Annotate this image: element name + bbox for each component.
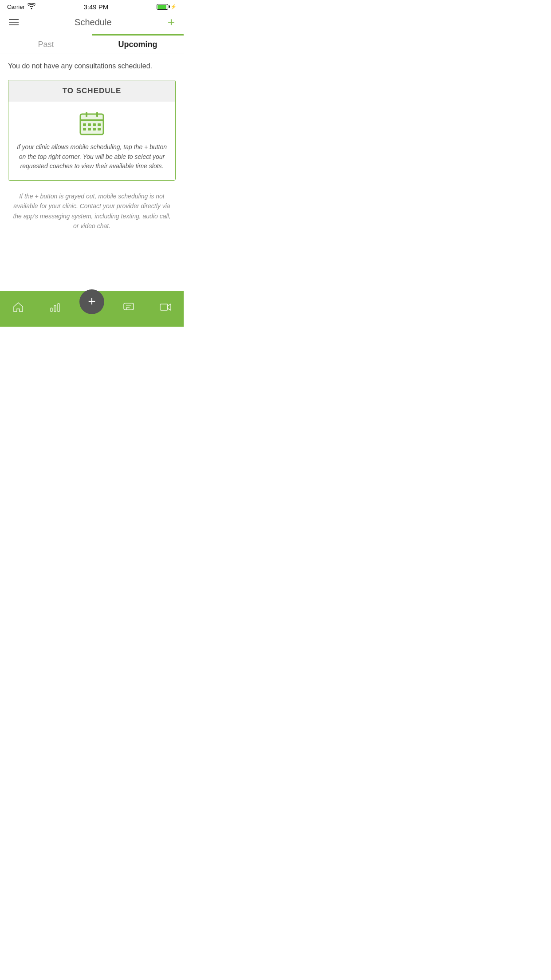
chat-icon [122,301,135,313]
svg-rect-10 [88,128,91,130]
home-icon [12,301,24,313]
info-text: If the + button is grayed out, mobile sc… [8,191,176,231]
svg-rect-15 [58,304,59,312]
page-title: Schedule [75,17,111,28]
video-icon [159,301,172,313]
nav-bar: Schedule + [0,12,184,33]
svg-rect-3 [86,112,87,117]
schedule-card: TO SCHEDULE [8,80,176,181]
svg-rect-6 [88,123,91,126]
svg-rect-9 [83,128,86,130]
svg-rect-4 [96,112,98,117]
main-content: You do not have any consultations schedu… [0,54,184,231]
svg-rect-16 [124,303,134,310]
svg-rect-8 [98,123,101,126]
svg-rect-7 [93,123,96,126]
fab-plus-icon: + [88,295,96,308]
tab-past[interactable]: Past [0,36,92,54]
svg-rect-11 [93,128,96,130]
schedule-card-title: TO SCHEDULE [63,87,122,95]
bottom-tab-stats[interactable] [37,301,74,313]
schedule-card-header: TO SCHEDULE [8,80,175,102]
svg-rect-12 [98,128,101,130]
bottom-tab-home[interactable] [0,301,37,313]
svg-rect-5 [83,123,86,126]
bottom-tab-chat[interactable] [110,301,147,313]
schedule-card-body: If your clinic allows mobile scheduling,… [8,102,175,180]
battery-icon [157,4,168,10]
status-bar: Carrier 3:49 PM ⚡ [0,0,184,12]
schedule-card-description: If your clinic allows mobile scheduling,… [16,142,167,171]
wifi-icon [28,3,35,11]
svg-rect-2 [80,119,103,121]
svg-rect-14 [54,305,56,312]
hamburger-menu[interactable] [9,19,19,25]
bottom-tab-video[interactable] [147,301,184,313]
no-consult-message: You do not have any consultations schedu… [8,62,176,70]
tab-upcoming[interactable]: Upcoming [92,36,184,54]
fab-button[interactable]: + [79,289,104,314]
bolt-icon: ⚡ [170,4,177,10]
status-left: Carrier [7,3,35,11]
add-button[interactable]: + [168,16,175,28]
svg-rect-19 [160,304,168,310]
carrier-label: Carrier [7,4,25,10]
calendar-icon [79,110,105,136]
status-right: ⚡ [157,4,177,10]
chart-icon [49,301,61,313]
time-label: 3:49 PM [83,3,108,11]
tab-bar: Past Upcoming [0,36,184,54]
svg-rect-13 [51,308,52,312]
